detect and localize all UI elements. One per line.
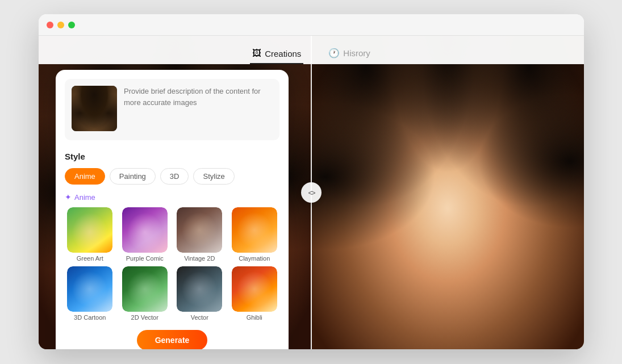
- maximize-button[interactable]: [68, 22, 75, 28]
- history-icon: 🕐: [328, 48, 340, 58]
- style-img-3d-cartoon: [67, 266, 112, 312]
- style-item-claymation[interactable]: Claymation: [229, 207, 280, 262]
- star-icon: ✦: [65, 193, 72, 202]
- style-grid: Green Art Purple Comic: [65, 207, 279, 321]
- style-name-vector: Vector: [191, 314, 208, 321]
- upload-section: [65, 79, 279, 140]
- style-name-3d-cartoon: 3D Cartoon: [74, 314, 106, 321]
- style-section-title: Style: [65, 152, 279, 161]
- anime-subsection-label: Anime: [74, 193, 95, 202]
- style-name-2d-vector: 2D Vector: [131, 314, 158, 321]
- creations-icon: 🖼: [252, 48, 261, 58]
- style-name-purple-comic: Purple Comic: [126, 255, 164, 262]
- description-input[interactable]: [124, 86, 273, 131]
- anime-label: ✦ Anime: [65, 193, 279, 202]
- divider-handle[interactable]: <>: [301, 182, 322, 203]
- style-name-vintage-2d: Vintage 2D: [184, 255, 215, 262]
- description-box: [124, 86, 273, 133]
- content-area: 🖼 Creations 🕐 Hisrory <>: [39, 36, 584, 349]
- minimize-button[interactable]: [57, 22, 64, 28]
- style-img-ghibli: [232, 266, 277, 312]
- tabs-bar: 🖼 Creations 🕐 Hisrory: [39, 36, 584, 64]
- style-tab-anime[interactable]: Anime: [65, 168, 105, 185]
- style-tabs: Anime Painting 3D Stylize: [65, 168, 279, 185]
- style-tab-painting[interactable]: Painting: [110, 168, 156, 185]
- anime-styled-side: [311, 36, 584, 349]
- style-item-purple-comic[interactable]: Purple Comic: [120, 207, 170, 262]
- style-name-ghibli: Ghibli: [247, 314, 262, 321]
- avatar-preview: [72, 86, 117, 131]
- style-item-2d-vector[interactable]: 2D Vector: [120, 266, 170, 321]
- generate-button[interactable]: Generate: [137, 330, 208, 349]
- avatar-upload[interactable]: [72, 86, 117, 131]
- style-img-vintage-2d: [177, 207, 222, 253]
- style-item-ghibli[interactable]: Ghibli: [229, 266, 280, 321]
- style-tab-stylize[interactable]: Stylize: [193, 168, 234, 185]
- tab-history-label: Hisrory: [343, 48, 370, 58]
- style-img-2d-vector: [122, 266, 168, 312]
- handle-arrows-icon: <>: [308, 189, 314, 197]
- tab-creations[interactable]: 🖼 Creations: [250, 44, 303, 64]
- tab-creations-label: Creations: [265, 49, 301, 58]
- main-window: 🖼 Creations 🕐 Hisrory <>: [39, 14, 584, 349]
- style-item-3d-cartoon[interactable]: 3D Cartoon: [65, 266, 115, 321]
- generate-row: Generate: [65, 330, 279, 349]
- style-item-vintage-2d[interactable]: Vintage 2D: [174, 207, 225, 262]
- style-img-green-art: [67, 207, 112, 253]
- style-img-vector: [177, 266, 222, 312]
- style-name-claymation: Claymation: [239, 255, 270, 262]
- style-section: Style Anime Painting 3D Stylize ✦ Anime: [65, 152, 279, 321]
- style-img-purple-comic: [122, 207, 168, 253]
- titlebar: [39, 14, 584, 36]
- close-button[interactable]: [47, 22, 53, 28]
- style-item-vector[interactable]: Vector: [174, 266, 225, 321]
- tab-history[interactable]: 🕐 Hisrory: [326, 43, 373, 64]
- control-panel: Style Anime Painting 3D Stylize ✦ Anime: [56, 70, 289, 349]
- anime-subsection: ✦ Anime Green Art: [65, 193, 279, 321]
- style-name-green-art: Green Art: [77, 255, 103, 262]
- style-item-green-art[interactable]: Green Art: [65, 207, 115, 262]
- style-img-claymation: [232, 207, 277, 253]
- style-tab-3d[interactable]: 3D: [160, 168, 189, 185]
